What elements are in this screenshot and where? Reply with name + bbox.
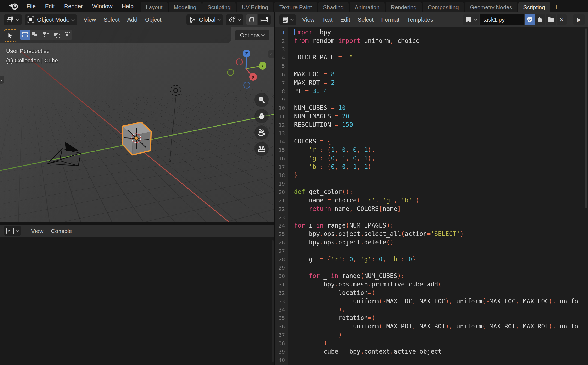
menu-help[interactable]: Help bbox=[117, 3, 138, 10]
mode-dropdown[interactable]: Object Mode bbox=[25, 14, 77, 25]
code-line[interactable]: 34 ), bbox=[275, 305, 578, 314]
text-datablock-dropdown[interactable] bbox=[463, 14, 479, 25]
viewport-menu-add[interactable]: Add bbox=[123, 16, 141, 23]
editor-menu-text[interactable]: Text bbox=[318, 16, 337, 23]
code-line[interactable]: 27 bbox=[275, 247, 578, 255]
fake-user-toggle[interactable] bbox=[525, 14, 535, 25]
code-line[interactable]: 39 cube = bpy.context.active_object bbox=[275, 347, 578, 356]
workspace-tab-compositing[interactable]: Compositing bbox=[423, 2, 464, 12]
menu-window[interactable]: Window bbox=[87, 3, 117, 10]
add-workspace-button[interactable]: + bbox=[551, 2, 562, 12]
camera-object[interactable] bbox=[48, 142, 80, 166]
transform-orientation-dropdown[interactable]: Global bbox=[186, 14, 223, 25]
code-line[interactable]: 18} bbox=[275, 171, 578, 179]
pivot-point-dropdown[interactable] bbox=[226, 14, 243, 25]
editor-scrollbar[interactable] bbox=[585, 28, 587, 208]
viewport-menu-select[interactable]: Select bbox=[100, 16, 123, 23]
orthographic-toggle-button[interactable] bbox=[254, 142, 269, 156]
code-line[interactable]: 30 for _ in range(NUM_CUBES): bbox=[275, 272, 578, 280]
code-line[interactable]: 35 rotation=( bbox=[275, 314, 578, 322]
editor-menu-view[interactable]: View bbox=[298, 16, 318, 23]
editor-menu-edit[interactable]: Edit bbox=[337, 16, 354, 23]
code-line[interactable]: 23 bbox=[275, 213, 578, 222]
code-line[interactable]: 28 gt = {'r': 0, 'g': 0, 'b': 0} bbox=[275, 255, 578, 264]
editor-menu-templates[interactable]: Templates bbox=[403, 16, 437, 23]
code-line[interactable]: 40 bbox=[275, 356, 578, 364]
workspace-tab-modeling[interactable]: Modeling bbox=[169, 2, 202, 12]
code-line[interactable]: 37 ) bbox=[275, 331, 578, 339]
workspace-tab-sculpting[interactable]: Sculpting bbox=[202, 2, 236, 12]
navigation-gizmo[interactable]: Z Y X bbox=[223, 49, 270, 91]
select-mode-extend[interactable] bbox=[30, 30, 41, 40]
select-mode-set[interactable] bbox=[20, 30, 30, 40]
code-line[interactable]: 16 'g': (0, 1, 0, 1), bbox=[275, 154, 578, 163]
viewport-menu-object[interactable]: Object bbox=[141, 16, 165, 23]
workspace-tab-texture-paint[interactable]: Texture Paint bbox=[274, 2, 317, 12]
code-line[interactable]: 5 bbox=[275, 62, 578, 70]
select-box-tool-button[interactable] bbox=[4, 29, 17, 42]
region-splitter[interactable] bbox=[0, 222, 274, 225]
select-mode-intersect[interactable] bbox=[62, 30, 72, 40]
python-console-area[interactable] bbox=[0, 237, 274, 365]
code-line[interactable]: 26 bpy.ops.object.delete() bbox=[275, 238, 578, 247]
code-line[interactable]: 36 uniform(-MAX_ROT, MAX_ROT), uniform(-… bbox=[275, 322, 578, 331]
axis-negx-ball[interactable] bbox=[236, 59, 243, 65]
options-dropdown[interactable]: Options bbox=[235, 30, 269, 40]
menu-file[interactable]: File bbox=[22, 3, 40, 10]
workspace-tab-animation[interactable]: Animation bbox=[350, 2, 385, 12]
code-line[interactable]: 21 name = choice(['r', 'g', 'b']) bbox=[275, 196, 578, 205]
code-line[interactable]: 29 bbox=[275, 263, 578, 272]
code-line[interactable]: 31 bpy.ops.mesh.primitive_cube_add( bbox=[275, 280, 578, 289]
code-line[interactable]: 33 uniform(-MAX_LOC, MAX_LOC), uniform(-… bbox=[275, 297, 578, 306]
point-light-icon[interactable] bbox=[171, 85, 181, 96]
open-text-button[interactable] bbox=[546, 14, 556, 25]
code-line[interactable]: 14COLORS = { bbox=[275, 137, 578, 146]
select-mode-invert[interactable] bbox=[51, 30, 62, 40]
viewport-editor-type-button[interactable] bbox=[4, 14, 22, 25]
toolbar-expand-chevron[interactable]: › bbox=[0, 76, 4, 84]
console-editor-type-button[interactable]: >_ bbox=[4, 226, 21, 236]
menu-render[interactable]: Render bbox=[59, 3, 87, 10]
axis-negy-ball[interactable] bbox=[228, 69, 234, 76]
code-line[interactable]: 25 bpy.ops.object.select_all(action='SEL… bbox=[275, 230, 578, 238]
code-line[interactable]: 13 bbox=[275, 129, 578, 137]
axis-y-ball[interactable]: Y bbox=[259, 62, 266, 70]
axis-negz-ball[interactable] bbox=[244, 82, 250, 88]
code-line[interactable]: 24for i in range(NUM_IMAGES): bbox=[275, 221, 578, 230]
code-line[interactable]: 20def get_color(): bbox=[275, 188, 578, 196]
code-line[interactable]: 3 bbox=[275, 45, 578, 53]
console-menu-view[interactable]: View bbox=[27, 228, 47, 234]
workspace-tab-geometry-nodes[interactable]: Geometry Nodes bbox=[465, 2, 517, 12]
3d-viewport[interactable]: Options User Perspective (1) Collection … bbox=[0, 27, 274, 222]
select-mode-subtract[interactable] bbox=[41, 30, 51, 40]
code-line[interactable]: 9 bbox=[275, 95, 578, 104]
menu-edit[interactable]: Edit bbox=[40, 3, 59, 10]
code-line[interactable]: 15 'r': (1, 0, 0, 1), bbox=[275, 146, 578, 154]
workspace-tab-uv-editing[interactable]: UV Editing bbox=[237, 2, 273, 12]
viewport-menu-view[interactable]: View bbox=[80, 16, 100, 23]
code-line[interactable]: 19 bbox=[275, 179, 578, 188]
workspace-tab-shading[interactable]: Shading bbox=[318, 2, 349, 12]
code-line[interactable]: 8PI = 3.14 bbox=[275, 87, 578, 95]
editor-menu-select[interactable]: Select bbox=[354, 16, 377, 23]
code-line[interactable]: 22 return name, COLORS[name] bbox=[275, 205, 578, 213]
code-line[interactable]: 17 'b': (0, 0, 1, 1) bbox=[275, 163, 578, 171]
new-text-button[interactable] bbox=[535, 14, 545, 25]
console-menu-console[interactable]: Console bbox=[47, 228, 76, 234]
workspace-tab-rendering[interactable]: Rendering bbox=[386, 2, 422, 12]
axis-z-ball[interactable]: Z bbox=[243, 50, 250, 57]
script-name-field[interactable]: task1.py bbox=[480, 14, 524, 25]
code-line[interactable]: 10NUM_CUBES = 10 bbox=[275, 104, 578, 112]
code-editor[interactable]: 1import bpy2from random import uniform, … bbox=[275, 27, 588, 365]
editor-menu-format[interactable]: Format bbox=[377, 16, 403, 23]
code-line[interactable]: 2from random import uniform, choice bbox=[275, 37, 578, 45]
workspace-tab-layout[interactable]: Layout bbox=[141, 2, 168, 12]
code-line[interactable]: 38 ) bbox=[275, 339, 578, 347]
code-line[interactable]: 4FOLDER_PATH = "" bbox=[275, 53, 578, 62]
code-line[interactable]: 7MAX_ROT = 2 bbox=[275, 79, 578, 87]
code-line[interactable]: 1import bpy bbox=[275, 28, 578, 37]
snap-toggle-button[interactable] bbox=[246, 14, 257, 25]
console-scrollbar[interactable] bbox=[272, 240, 274, 362]
zoom-button[interactable] bbox=[254, 93, 269, 107]
workspace-tab-scripting[interactable]: Scripting bbox=[518, 2, 550, 12]
